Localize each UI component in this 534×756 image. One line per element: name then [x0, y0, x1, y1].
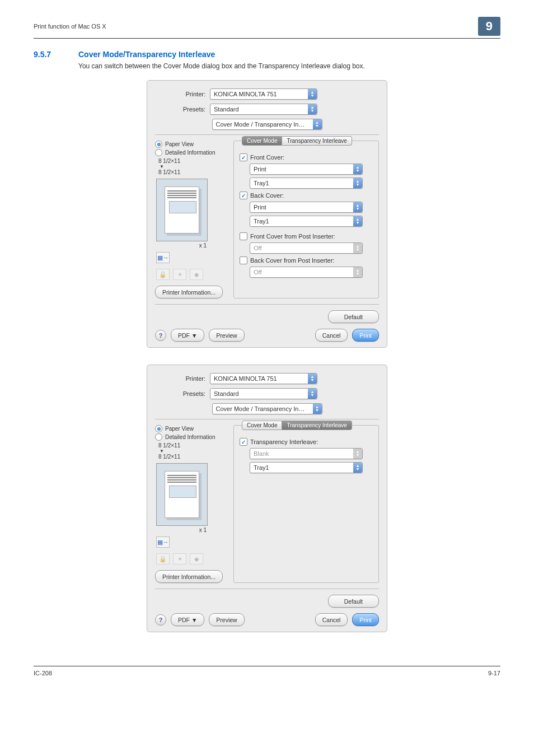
checkbox-icon: [240, 438, 247, 446]
back-cover-tray-value: Tray1: [250, 218, 353, 225]
radio-icon: [155, 149, 162, 156]
left-preview-pane: Paper View Detailed Information 8 1/2×11…: [155, 425, 228, 583]
help-button[interactable]: ?: [155, 614, 166, 626]
section-number: 9.5.7: [34, 50, 62, 59]
arrow-down-icon: ▼: [160, 164, 228, 169]
default-button[interactable]: Default: [328, 310, 379, 323]
preview-button[interactable]: Preview: [209, 613, 244, 626]
ti-tray-select[interactable]: Tray1 ▲▼: [250, 462, 363, 473]
dropdown-arrows-icon: ▲▼: [353, 267, 362, 277]
front-cover-pi-select: Off ▲▼: [250, 242, 363, 254]
transparency-interleave-checkbox[interactable]: Transparency Interleave:: [240, 438, 373, 446]
printer-label: Printer:: [155, 91, 210, 97]
tab-cover-mode[interactable]: Cover Mode: [242, 421, 282, 430]
transparency-interleave-settings-pane: Cover Mode Transparency Interleave Trans…: [233, 425, 379, 583]
default-button[interactable]: Default: [328, 595, 379, 608]
panel-select[interactable]: Cover Mode / Transparency In… ▲▼: [212, 403, 322, 414]
dropdown-arrows-icon: ▲▼: [308, 89, 317, 99]
front-cover-pi-value: Off: [250, 245, 353, 251]
back-cover-pi-select: Off ▲▼: [250, 267, 363, 278]
paper-inner-icon: [165, 471, 199, 518]
presets-select[interactable]: Standard ▲▼: [210, 104, 317, 115]
printer-information-button[interactable]: Printer Information...: [155, 570, 223, 583]
dropdown-arrows-icon: ▲▼: [313, 404, 322, 414]
print-button[interactable]: Print: [352, 329, 379, 342]
paper-view-label: Paper View: [165, 426, 194, 432]
output-icon: ▦→: [156, 536, 170, 548]
paper-view-radio[interactable]: Paper View: [155, 141, 228, 148]
cancel-button[interactable]: Cancel: [315, 613, 348, 626]
presets-select[interactable]: Standard ▲▼: [210, 388, 317, 399]
printer-select[interactable]: KONICA MINOLTA 751 ▲▼: [210, 88, 317, 100]
paper-view-label: Paper View: [165, 141, 194, 147]
front-cover-mode-value: Print: [250, 166, 353, 172]
paper-size-bottom: 8 1/2×11: [158, 169, 228, 175]
print-button[interactable]: Print: [352, 613, 379, 626]
dropdown-arrows-icon: ▲▼: [353, 164, 362, 174]
detailed-info-radio[interactable]: Detailed Information: [155, 149, 228, 156]
finish-stamp-icon: ✶: [173, 553, 186, 564]
detailed-info-label: Detailed Information: [165, 150, 216, 156]
checkbox-icon: [240, 153, 247, 161]
presets-label: Presets:: [155, 106, 210, 113]
copies-multiplier: x 1: [155, 527, 207, 533]
printer-information-button[interactable]: Printer Information...: [155, 286, 223, 298]
presets-select-value: Standard: [210, 390, 308, 397]
dropdown-arrows-icon: ▲▼: [308, 374, 317, 384]
arrow-down-icon: ▼: [160, 449, 228, 454]
printer-select[interactable]: KONICA MINOLTA 751 ▲▼: [210, 373, 317, 384]
ti-mode-value: Blank: [250, 450, 353, 457]
finish-lock-icon: 🔒: [156, 553, 170, 564]
dropdown-arrows-icon: ▲▼: [308, 389, 317, 399]
footer-model: IC-208: [34, 670, 52, 676]
front-cover-mode-select[interactable]: Print ▲▼: [250, 164, 363, 175]
panel-select-value: Cover Mode / Transparency In…: [213, 405, 313, 412]
paper-view-radio[interactable]: Paper View: [155, 425, 228, 432]
transparency-interleave-label: Transparency Interleave:: [250, 438, 318, 445]
paper-preview: [156, 463, 208, 526]
preview-button[interactable]: Preview: [209, 329, 244, 342]
back-cover-pi-label: Back Cover from Post Inserter:: [250, 257, 334, 264]
back-cover-pi-checkbox[interactable]: Back Cover from Post Inserter:: [240, 256, 373, 264]
print-dialog-transparency-interleave: Printer: KONICA MINOLTA 751 ▲▼ Presets: …: [147, 365, 387, 632]
radio-icon: [155, 141, 162, 148]
cancel-button[interactable]: Cancel: [315, 329, 348, 342]
dropdown-arrows-icon: ▲▼: [353, 178, 362, 188]
printer-select-value: KONICA MINOLTA 751: [210, 375, 308, 382]
dropdown-arrows-icon: ▲▼: [313, 119, 322, 129]
front-cover-tray-value: Tray1: [250, 180, 353, 186]
panel-select[interactable]: Cover Mode / Transparency In… ▲▼: [212, 119, 322, 130]
printer-select-value: KONICA MINOLTA 751: [210, 91, 308, 97]
front-cover-pi-checkbox[interactable]: Front Cover from Post Inserter:: [240, 232, 373, 240]
output-icon: ▦→: [156, 252, 170, 263]
tab-transparency-interleave[interactable]: Transparency Interleave: [282, 421, 352, 430]
ti-mode-select: Blank ▲▼: [250, 448, 363, 459]
finish-quality-icon: ◆: [190, 553, 203, 564]
printer-label: Printer:: [155, 375, 210, 382]
detailed-info-radio[interactable]: Detailed Information: [155, 433, 228, 441]
paper-size-bottom: 8 1/2×11: [158, 454, 228, 460]
front-cover-pi-label: Front Cover from Post Inserter:: [250, 233, 335, 240]
print-dialog-cover-mode: Printer: KONICA MINOLTA 751 ▲▼ Presets: …: [147, 80, 387, 348]
ti-tray-value: Tray1: [250, 464, 353, 471]
radio-icon: [155, 425, 162, 432]
front-cover-tray-select[interactable]: Tray1 ▲▼: [250, 178, 363, 189]
finish-lock-icon: 🔒: [156, 269, 170, 280]
paper-size-top: 8 1/2×11: [158, 158, 228, 164]
help-button[interactable]: ?: [155, 330, 166, 341]
back-cover-mode-select[interactable]: Print ▲▼: [250, 202, 363, 213]
back-cover-pi-value: Off: [250, 269, 353, 276]
front-cover-checkbox[interactable]: Front Cover:: [240, 153, 373, 161]
tab-transparency-interleave[interactable]: Transparency Interleave: [282, 136, 352, 146]
paper-preview: [156, 179, 208, 241]
pdf-menu-button[interactable]: PDF ▼: [171, 613, 204, 626]
back-cover-checkbox[interactable]: Back Cover:: [240, 192, 373, 199]
checkbox-icon: [240, 256, 247, 264]
doc-header-title: Print function of Mac OS X: [34, 23, 106, 30]
back-cover-tray-select[interactable]: Tray1 ▲▼: [250, 216, 363, 227]
detailed-info-label: Detailed Information: [165, 434, 216, 440]
paper-size-top: 8 1/2×11: [158, 442, 228, 449]
finish-quality-icon: ◆: [190, 269, 203, 280]
pdf-menu-button[interactable]: PDF ▼: [171, 329, 204, 342]
tab-cover-mode[interactable]: Cover Mode: [242, 136, 282, 146]
